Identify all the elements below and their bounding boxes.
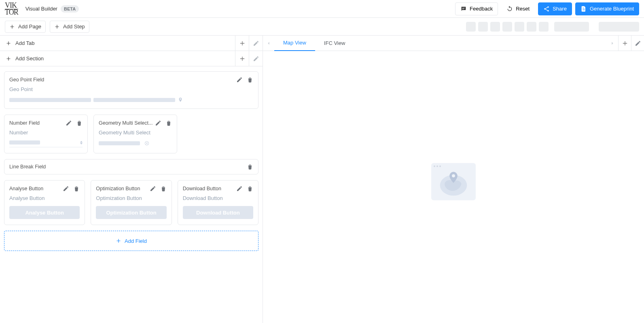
geo-input-skeleton <box>9 97 253 103</box>
tab-add-icon[interactable] <box>235 36 249 51</box>
analyse-button-field-card[interactable]: Analyse Button Analyse Button Analyse Bu… <box>4 180 85 225</box>
number-input-skeleton <box>9 140 83 147</box>
edit-icon[interactable] <box>66 120 72 126</box>
tab-ifc-view[interactable]: IFC View <box>315 36 354 51</box>
pin-icon <box>178 97 183 103</box>
generate-label: Generate Blueprint <box>590 6 634 12</box>
chat-icon <box>460 6 467 12</box>
delete-icon[interactable] <box>160 185 167 192</box>
edit-icon[interactable] <box>155 120 161 126</box>
card-label: Number <box>9 130 83 136</box>
tab-map-view[interactable]: Map View <box>274 36 315 51</box>
document-icon <box>580 6 587 12</box>
map-placeholder <box>431 163 476 200</box>
delete-icon[interactable] <box>76 120 83 126</box>
add-section-row: Add Section <box>0 51 263 66</box>
left-panel: Add Tab Add Section Geo Point <box>0 36 263 323</box>
edit-view-button[interactable] <box>631 36 644 51</box>
right-panel: Map View IFC View <box>263 36 644 323</box>
toolbar-skeleton <box>502 22 512 32</box>
tab-label: Map View <box>283 40 306 46</box>
geometry-icon <box>144 140 150 146</box>
delete-icon[interactable] <box>247 76 253 83</box>
delete-icon[interactable] <box>247 164 253 170</box>
add-tab-row: Add Tab <box>0 36 263 51</box>
toolbar-skeleton <box>539 22 549 32</box>
card-label: Geometry Multi Select <box>99 130 172 136</box>
card-title: Geometry Multi Select... <box>99 120 155 126</box>
add-tab-label: Add Tab <box>15 40 34 46</box>
download-button-field-card[interactable]: Download Button Download Button Download… <box>178 180 258 225</box>
card-label: Download Button <box>183 195 253 201</box>
share-icon <box>543 6 550 12</box>
add-page-button[interactable]: Add Page <box>5 21 46 33</box>
edit-icon[interactable] <box>236 185 243 192</box>
tab-scroll-right[interactable] <box>607 36 618 51</box>
card-title: Optimization Button <box>96 186 149 191</box>
add-page-label: Add Page <box>18 23 41 30</box>
toolbar-skeleton <box>490 22 500 32</box>
toolbar-skeleton <box>527 22 536 32</box>
toolbar-skeleton-bar <box>554 22 589 32</box>
toolbar-skeleton <box>515 22 524 32</box>
feedback-label: Feedback <box>470 6 493 12</box>
optimization-button-field-card[interactable]: Optimization Button Optimization Button … <box>91 180 172 225</box>
line-break-field-card[interactable]: Line Break Field <box>4 159 258 174</box>
card-title: Number Field <box>9 120 66 126</box>
card-label: Analyse Button <box>9 195 80 201</box>
edit-icon[interactable] <box>63 185 69 192</box>
delete-icon[interactable] <box>247 185 253 192</box>
add-section-label: Add Section <box>15 55 44 62</box>
section-edit-icon[interactable] <box>249 51 263 66</box>
generate-blueprint-button[interactable]: Generate Blueprint <box>575 2 639 15</box>
feedback-button[interactable]: Feedback <box>455 2 498 15</box>
geometry-input-skeleton <box>99 140 172 146</box>
card-title: Line Break Field <box>9 164 247 170</box>
reset-button[interactable]: Reset <box>501 2 535 15</box>
share-button[interactable]: Share <box>538 2 572 15</box>
share-label: Share <box>553 6 567 12</box>
tab-label: IFC View <box>324 40 345 46</box>
edit-icon[interactable] <box>150 185 156 192</box>
reset-label: Reset <box>516 6 530 12</box>
delete-icon[interactable] <box>73 185 80 192</box>
toolbar-skeleton <box>466 22 476 32</box>
card-label: Geo Point <box>9 86 253 92</box>
card-label: Optimization Button <box>96 195 166 201</box>
add-step-button[interactable]: Add Step <box>50 21 89 33</box>
beta-badge: BETA <box>61 5 79 13</box>
add-field-label: Add Field <box>125 238 147 244</box>
edit-icon[interactable] <box>236 76 243 83</box>
top-bar: VIKTOR Visual Builder BETA Feedback Rese… <box>0 0 644 18</box>
analyse-button-preview: Analyse Button <box>9 206 80 219</box>
view-body <box>263 51 644 323</box>
toolbar-skeleton <box>478 22 488 32</box>
section-add-icon[interactable] <box>235 51 249 66</box>
app-title: Visual Builder <box>25 6 57 12</box>
add-section-button[interactable]: Add Section <box>0 55 235 62</box>
tab-edit-icon[interactable] <box>249 36 263 51</box>
view-tab-bar: Map View IFC View <box>263 36 644 51</box>
reset-icon <box>506 6 513 12</box>
tab-scroll-left[interactable] <box>263 36 274 51</box>
page-toolbar: Add Page Add Step <box>0 18 644 36</box>
add-view-button[interactable] <box>618 36 631 51</box>
number-field-card[interactable]: Number Field Number <box>4 115 88 153</box>
card-title: Analyse Button <box>9 186 63 191</box>
logo: VIKTOR <box>5 2 25 15</box>
download-button-preview: Download Button <box>183 206 253 219</box>
add-step-label: Add Step <box>63 23 85 30</box>
svg-point-5 <box>452 174 455 177</box>
card-title: Geo Point Field <box>9 77 236 83</box>
fields-area: Geo Point Field Geo Point <box>0 66 263 256</box>
card-title: Download Button <box>183 186 236 191</box>
geometry-multi-select-field-card[interactable]: Geometry Multi Select... Geometry Multi … <box>93 115 177 153</box>
optimization-button-preview: Optimization Button <box>96 206 166 219</box>
toolbar-skeleton-bar <box>599 22 639 32</box>
geo-point-field-card[interactable]: Geo Point Field Geo Point <box>4 71 258 109</box>
add-tab-button[interactable]: Add Tab <box>0 40 235 46</box>
add-field-button[interactable]: Add Field <box>4 231 258 251</box>
delete-icon[interactable] <box>165 120 172 126</box>
